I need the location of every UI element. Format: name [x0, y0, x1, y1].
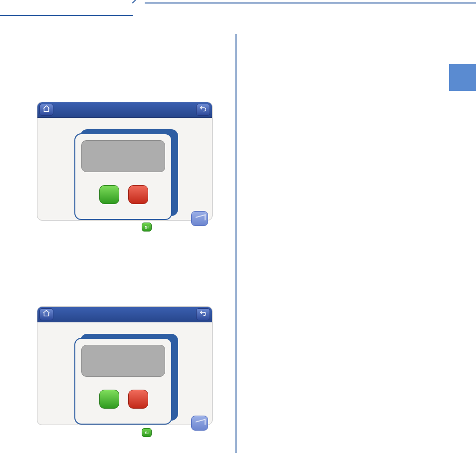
- page-edge-tab: [449, 64, 476, 91]
- return-arrow-icon: [199, 309, 207, 319]
- titlebar: [37, 102, 212, 118]
- dialog-display: [81, 345, 165, 377]
- titlebar: [37, 307, 212, 322]
- dropdown-button[interactable]: [191, 416, 208, 431]
- touchscreen-device-2: [37, 306, 213, 425]
- header-rule-left: [0, 15, 133, 16]
- back-button[interactable]: [196, 308, 210, 320]
- header-rule-right: [145, 2, 476, 3]
- column-divider: [236, 34, 237, 453]
- home-button[interactable]: [39, 308, 53, 320]
- yes-button[interactable]: [99, 390, 119, 409]
- return-arrow-icon: [199, 105, 207, 115]
- confirmation-dialog: [74, 133, 172, 220]
- header-rule-notch: [132, 0, 146, 3]
- home-icon: [42, 309, 50, 319]
- yes-button[interactable]: [99, 185, 119, 204]
- confirmation-dialog: [74, 338, 172, 425]
- home-button[interactable]: [39, 104, 53, 116]
- si-chip[interactable]: SI: [142, 428, 152, 437]
- si-chip[interactable]: SI: [142, 223, 152, 232]
- no-button[interactable]: [128, 390, 148, 409]
- touchscreen-device-1: [37, 102, 213, 221]
- back-button[interactable]: [196, 104, 210, 116]
- dialog-display: [81, 140, 165, 172]
- home-icon: [42, 105, 50, 115]
- no-button[interactable]: [128, 185, 148, 204]
- dropdown-button[interactable]: [191, 211, 208, 226]
